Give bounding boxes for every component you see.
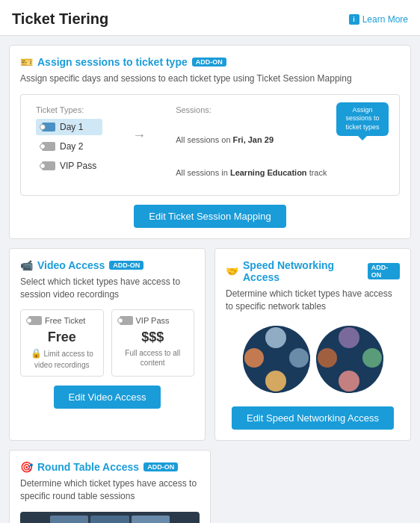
edit-speed-networking-button[interactable]: Edit Speed Networking Access bbox=[232, 406, 394, 430]
ticket-icon-day2 bbox=[42, 142, 55, 151]
round-table-visual: ROUNDTABLES bbox=[20, 512, 200, 523]
assign-sessions-card: 🎫 Assign sessions to ticket type ADD-ON … bbox=[9, 45, 411, 239]
assign-sessions-badge: ADD-ON bbox=[192, 58, 226, 66]
session-line1: All sessions on Fri, Jan 29 bbox=[176, 135, 327, 144]
page-title: Ticket Tiering bbox=[12, 10, 108, 28]
avatar-5 bbox=[337, 326, 361, 350]
round-table-title: Round Table Access bbox=[37, 461, 139, 473]
speech-bubble: Assign sessions to ticket types bbox=[336, 102, 389, 136]
rt-cell-1 bbox=[50, 516, 88, 523]
vip-ticket-icon bbox=[120, 316, 133, 325]
rt-cell-3 bbox=[132, 516, 170, 523]
assign-sessions-title: Assign sessions to ticket type bbox=[37, 56, 188, 68]
arrow-connector: → bbox=[132, 105, 146, 143]
video-access-card: 📹 Video Access ADD-ON Select which ticke… bbox=[9, 248, 206, 442]
rt-cell-2 bbox=[90, 516, 129, 523]
free-ticket-icon bbox=[28, 316, 42, 325]
round-table-card: 🎯 Round Table Access ADD-ON Determine wh… bbox=[9, 450, 211, 523]
avatar-1 bbox=[264, 326, 288, 350]
sessions-column: Sessions: All sessions on Fri, Jan 29 Al… bbox=[176, 105, 327, 185]
avatar-3 bbox=[288, 347, 310, 369]
ticket-icon-day1 bbox=[42, 123, 55, 131]
session-date: Fri, Jan 29 bbox=[233, 135, 274, 144]
ticket-icon: 🎫 bbox=[20, 56, 33, 68]
avatar-8 bbox=[337, 369, 361, 393]
ticket-types-column: Ticket Types: Day 1 Day 2 VIP Pass bbox=[36, 105, 102, 177]
video-access-description: Select which ticket types have access to… bbox=[20, 276, 194, 301]
speed-networking-badge: ADD-ON bbox=[368, 263, 400, 279]
round-table-grid bbox=[50, 516, 170, 523]
vip-ticket-label: VIP Pass bbox=[136, 316, 170, 325]
ticket-box-free-header: Free Ticket bbox=[28, 316, 96, 325]
ticket-vip: VIP Pass bbox=[36, 158, 102, 174]
networking-visual bbox=[226, 321, 400, 397]
video-icon: 📹 bbox=[20, 259, 33, 271]
cluster-right bbox=[316, 326, 383, 393]
ticket-types-label: Ticket Types: bbox=[36, 105, 102, 114]
session-mapping-visual: Ticket Types: Day 1 Day 2 VIP Pass → bbox=[20, 94, 400, 196]
free-ticket-price: Free bbox=[28, 329, 96, 345]
ticket-day1-label: Day 1 bbox=[60, 122, 83, 132]
speed-networking-title: Speed Networking Access bbox=[243, 259, 363, 283]
lock-icon: 🔒 bbox=[31, 348, 42, 359]
networking-icon: 🤝 bbox=[226, 265, 238, 277]
assign-sessions-header: 🎫 Assign sessions to ticket type ADD-ON bbox=[20, 56, 400, 68]
ticket-day1: Day 1 bbox=[36, 119, 102, 135]
free-ticket-label: Free Ticket bbox=[45, 316, 85, 325]
video-access-title: Video Access bbox=[37, 259, 105, 271]
learn-more-link[interactable]: i Learn More bbox=[349, 14, 408, 25]
ticket-box-vip: VIP Pass $$$ Full access to all content bbox=[111, 309, 195, 377]
cluster-left bbox=[243, 326, 310, 393]
ticket-icon-vip bbox=[42, 161, 55, 170]
avatar-2 bbox=[243, 347, 265, 369]
ticket-day2-label: Day 2 bbox=[60, 141, 83, 152]
learn-more-label: Learn More bbox=[362, 14, 408, 25]
round-table-description: Determine which ticket types have access… bbox=[20, 477, 200, 503]
speed-networking-header: 🤝 Speed Networking Access ADD-ON bbox=[226, 259, 400, 283]
video-access-header: 📹 Video Access ADD-ON bbox=[20, 259, 194, 271]
ticket-vip-label: VIP Pass bbox=[60, 161, 96, 171]
avatar-7 bbox=[361, 347, 383, 369]
session-line2: All sessions in Learning Education track bbox=[176, 168, 327, 177]
ticket-box-free: Free Ticket Free 🔒 Limit access to video… bbox=[20, 309, 104, 377]
round-table-header: 🎯 Round Table Access ADD-ON bbox=[20, 461, 200, 473]
main-content: 🎫 Assign sessions to ticket type ADD-ON … bbox=[0, 36, 420, 523]
ticket-box-vip-header: VIP Pass bbox=[120, 316, 187, 325]
edit-session-mapping-button[interactable]: Edit Ticket Session Mapping bbox=[134, 205, 285, 228]
session-track: Learning Education bbox=[230, 168, 307, 177]
speed-networking-description: Determine which ticket types have access… bbox=[226, 288, 400, 313]
assign-sessions-description: Assign specific days and sessions to eac… bbox=[20, 72, 400, 85]
info-icon: i bbox=[349, 14, 359, 25]
vip-ticket-desc: Full access to all content bbox=[120, 348, 187, 368]
speed-networking-card: 🤝 Speed Networking Access ADD-ON Determi… bbox=[214, 248, 411, 442]
ticket-day2: Day 2 bbox=[36, 138, 102, 155]
round-table-badge: ADD-ON bbox=[143, 462, 178, 471]
edit-video-access-button[interactable]: Edit Video Access bbox=[54, 386, 161, 409]
sessions-label: Sessions: bbox=[176, 105, 327, 114]
page-wrapper: Ticket Tiering i Learn More 🎫 Assign ses… bbox=[0, 0, 420, 523]
avatar-6 bbox=[316, 347, 339, 369]
avatar-4 bbox=[264, 369, 288, 393]
video-access-badge: ADD-ON bbox=[109, 261, 143, 270]
page-header: Ticket Tiering i Learn More bbox=[0, 0, 420, 36]
free-ticket-desc: 🔒 Limit access to video recordings bbox=[28, 348, 96, 370]
vip-ticket-price: $$$ bbox=[120, 329, 187, 345]
round-table-icon: 🎯 bbox=[20, 461, 33, 473]
video-access-visual: Free Ticket Free 🔒 Limit access to video… bbox=[20, 309, 194, 377]
two-col-row: 📹 Video Access ADD-ON Select which ticke… bbox=[9, 248, 411, 442]
